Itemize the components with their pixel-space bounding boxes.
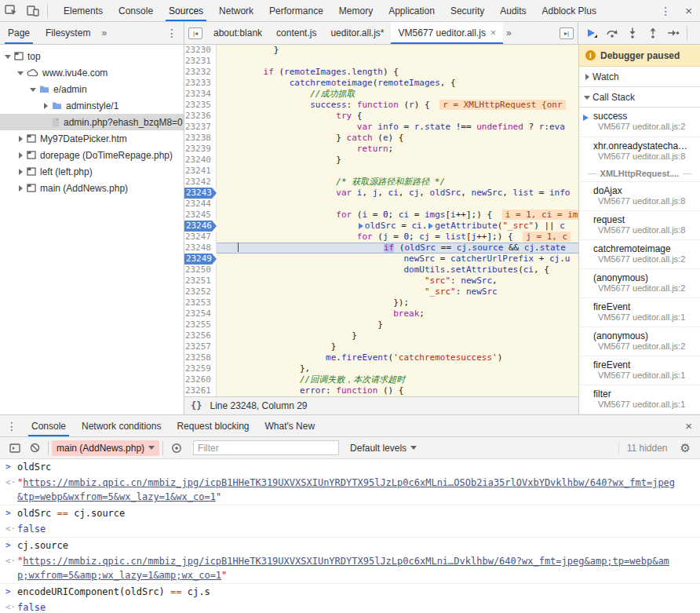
continue-here-icon[interactable] <box>359 223 363 229</box>
tree-item-e-admin[interactable]: e/admin <box>0 81 184 97</box>
console-link[interactable]: https://mmbiz.qpic.cn/mmbiz_jpg/icpB1HHe… <box>17 477 675 502</box>
show-navigator-icon[interactable]: |◂ <box>188 27 202 39</box>
callstack-frame-anonymous[interactable]: (anonymous)VM5677 ueditor.all.js:2 <box>579 327 700 356</box>
main-tab-elements[interactable]: Elements <box>56 0 111 21</box>
chevron-down-icon[interactable] <box>5 53 11 60</box>
callstack-frame-fireevent[interactable]: fireEventVM5677 ueditor.all.js:1 <box>579 297 700 327</box>
main-tab-audits[interactable]: Audits <box>492 0 534 21</box>
chevron-right-icon[interactable] <box>42 103 49 109</box>
callstack-frame-doajax[interactable]: doAjaxVM5677 ueditor.all.js:8 <box>579 181 700 210</box>
call-stack-section-header[interactable]: Call Stack <box>579 87 700 108</box>
drawer-tab-request-blocking[interactable]: Request blocking <box>169 415 257 436</box>
breakpoint-line-number[interactable]: 23246 <box>184 221 217 232</box>
callstack-frame-success[interactable]: successVM5677 ueditor.all.js:2 <box>579 108 700 137</box>
line-number[interactable]: 23245 <box>184 210 217 221</box>
main-tab-security[interactable]: Security <box>443 0 492 21</box>
line-number[interactable]: 23250 <box>184 265 217 275</box>
callstack-frame-anonymous[interactable]: (anonymous)VM5677 ueditor.all.js:2 <box>579 268 700 297</box>
chevron-right-icon[interactable] <box>17 169 24 175</box>
line-number[interactable]: 23261 <box>184 385 217 396</box>
main-tab-sources[interactable]: Sources <box>161 0 211 21</box>
editor-tabs-overflow-icon[interactable]: » <box>503 27 515 38</box>
main-tab-performance[interactable]: Performance <box>261 0 331 21</box>
close-devtools-icon[interactable]: × <box>677 4 700 17</box>
line-number[interactable]: 23258 <box>184 352 217 363</box>
tab-filesystem[interactable]: Filesystem <box>38 22 98 44</box>
tree-item-my97datepicker-htm[interactable]: My97DatePicker.htm <box>0 130 184 147</box>
callstack-frame-anonymous[interactable]: (anonymous)VM5677 ueditor.all.js:2 <box>579 414 700 414</box>
line-number[interactable]: 23231 <box>184 56 217 67</box>
step-out-icon[interactable] <box>643 24 663 42</box>
line-number[interactable]: 23241 <box>184 166 217 177</box>
line-number[interactable]: 23237 <box>184 122 217 133</box>
chevron-right-icon[interactable] <box>17 185 24 192</box>
live-expression-icon[interactable] <box>166 438 187 458</box>
inspect-icon[interactable] <box>0 1 22 21</box>
editor-tab-ueditor-all-js[interactable]: ueditor.all.js* <box>323 22 391 44</box>
line-number[interactable]: 23238 <box>184 133 217 144</box>
step-into-icon[interactable] <box>622 24 643 42</box>
tree-item-adminstyle-1[interactable]: adminstyle/1 <box>0 97 184 114</box>
callstack-frame-catchremoteimage[interactable]: catchremoteimageVM5677 ueditor.all.js:2 <box>579 239 700 268</box>
log-levels-dropdown[interactable]: Default levels <box>350 443 417 454</box>
breakpoint-line-number[interactable]: 23243 <box>184 188 217 199</box>
line-number[interactable]: 23232 <box>184 67 217 78</box>
console-link[interactable]: https://mmbiz.qpic.cn/mmbiz_jpg/icpB1HHe… <box>17 556 669 581</box>
drawer-menu-icon[interactable]: ⋮ <box>0 415 24 436</box>
line-number[interactable]: 23248 <box>184 243 217 254</box>
callstack-frame-request[interactable]: requestVM5677 ueditor.all.js:8 <box>579 210 700 239</box>
main-tab-memory[interactable]: Memory <box>331 0 381 21</box>
chevron-down-icon[interactable] <box>17 70 24 76</box>
line-number[interactable]: 23242 <box>184 177 217 188</box>
line-number[interactable]: 23235 <box>184 100 217 111</box>
tree-item-main-addnews-php[interactable]: main (AddNews.php) <box>0 180 184 196</box>
watch-section-header[interactable]: Watch <box>579 67 700 87</box>
callstack-frame-xhr-onreadystatecha[interactable]: xhr.onreadystatecha…VM5677 ueditor.all.j… <box>579 137 700 166</box>
editor-tab-vm5677-ueditor-all-js[interactable]: VM5677 ueditor.all.js× <box>391 22 502 44</box>
step-icon[interactable] <box>663 24 684 42</box>
line-number[interactable]: 23247 <box>184 232 217 243</box>
line-number[interactable]: 23239 <box>184 144 217 155</box>
execution-context-selector[interactable]: main (AddNews.php) <box>52 440 159 456</box>
callstack-frame-fireevent[interactable]: fireEventVM5677 ueditor.all.js:1 <box>579 356 700 385</box>
device-toolbar-icon[interactable] <box>22 1 44 21</box>
tree-item-left-left-php[interactable]: left (left.php) <box>0 163 184 180</box>
drawer-tab-network-conditions[interactable]: Network conditions <box>74 415 169 436</box>
line-number[interactable]: 23233 <box>184 78 217 89</box>
line-number[interactable]: 23253 <box>184 297 217 308</box>
line-number[interactable]: 23255 <box>184 319 217 330</box>
tab-page[interactable]: Page <box>0 22 38 44</box>
tree-item-www-ivu4e-com[interactable]: www.ivu4e.com <box>0 64 184 81</box>
breakpoint-line-number[interactable]: 23249 <box>184 254 217 265</box>
callstack-frame-filter[interactable]: filterVM5677 ueditor.all.js:1 <box>579 385 700 414</box>
navigator-menu-icon[interactable]: ⋮ <box>160 27 184 39</box>
close-tab-icon[interactable]: × <box>490 27 496 38</box>
resume-icon[interactable] <box>582 24 602 42</box>
next-editor-icon[interactable]: ▸| <box>560 27 574 39</box>
main-tab-adblock-plus[interactable]: Adblock Plus <box>534 0 604 21</box>
tree-item-top[interactable]: top <box>0 48 184 64</box>
main-tab-network[interactable]: Network <box>211 0 261 21</box>
drawer-tab-what-s-new[interactable]: What's New <box>257 415 323 436</box>
line-number[interactable]: 23252 <box>184 286 217 297</box>
step-over-icon[interactable] <box>602 24 622 42</box>
console-filter-input[interactable] <box>193 440 339 455</box>
line-number[interactable]: 23251 <box>184 275 217 286</box>
line-number[interactable]: 23230 <box>184 45 217 56</box>
drawer-tab-console[interactable]: Console <box>24 415 74 436</box>
code-editor[interactable]: 23230 }2323123232 if (remoteImages.lengt… <box>184 45 578 396</box>
main-menu-icon[interactable]: ⋮ <box>654 5 677 17</box>
pretty-print-icon[interactable]: {} <box>184 400 210 411</box>
tree-item-admin-php-ehash-bzqm8-0[interactable]: admin.php?ehash_bzqM8=0 <box>0 114 184 130</box>
line-number[interactable]: 23259 <box>184 363 217 374</box>
editor-tab-about-blank[interactable]: about:blank <box>206 22 269 44</box>
line-number[interactable]: 23240 <box>184 155 217 166</box>
main-tab-console[interactable]: Console <box>111 0 161 21</box>
continue-here-icon[interactable] <box>428 223 433 229</box>
main-tab-application[interactable]: Application <box>381 0 443 21</box>
line-number[interactable]: 23256 <box>184 330 217 341</box>
line-number[interactable]: 23234 <box>184 89 217 100</box>
chevron-down-icon[interactable] <box>30 86 36 93</box>
chevron-right-icon[interactable] <box>17 136 24 142</box>
navigator-overflow-icon[interactable]: » <box>98 27 110 38</box>
